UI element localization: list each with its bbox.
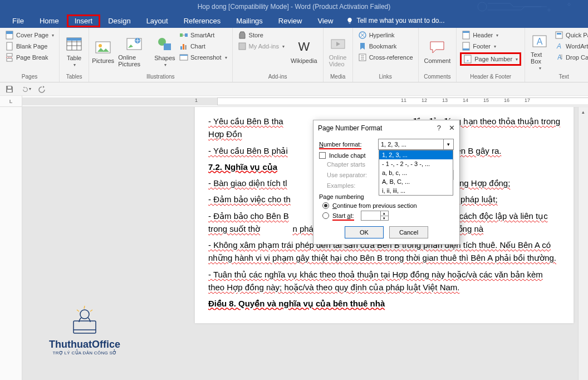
save-button[interactable] bbox=[4, 84, 14, 94]
tell-me-search[interactable]: Tell me what you want to do... bbox=[346, 17, 444, 25]
dropcap-button[interactable]: ADrop Cap▾ bbox=[553, 52, 588, 62]
blank-page-button[interactable]: Blank Page bbox=[3, 41, 56, 51]
menu-layout[interactable]: Layout bbox=[139, 14, 176, 27]
chevron-down-icon[interactable]: ▾ bbox=[443, 139, 453, 149]
menu-review[interactable]: Review bbox=[271, 14, 310, 27]
bookmark-button[interactable]: Bookmark bbox=[356, 41, 415, 51]
menu-file[interactable]: File bbox=[4, 14, 32, 27]
svg-rect-19 bbox=[183, 44, 184, 50]
online-video-button[interactable]: Online Video bbox=[327, 30, 349, 72]
format-option[interactable]: - 1 -, - 2 -, - 3 -, ... bbox=[379, 159, 453, 168]
svg-rect-31 bbox=[463, 48, 469, 50]
comment-button[interactable]: Comment bbox=[422, 30, 453, 72]
horizontal-ruler[interactable]: 1 11 12 13 14 15 16 17 bbox=[22, 96, 588, 107]
tab-selector[interactable]: L bbox=[0, 96, 22, 107]
crossref-icon bbox=[358, 53, 367, 62]
cancel-button[interactable]: Cancel bbox=[389, 226, 428, 238]
scroll-up-button[interactable]: ▴ bbox=[579, 107, 588, 117]
hyperlink-button[interactable]: Hyperlink bbox=[356, 30, 415, 40]
shapes-icon bbox=[156, 36, 174, 53]
format-option[interactable]: a, b, c, ... bbox=[379, 168, 453, 177]
spin-down[interactable]: ▾ bbox=[381, 216, 388, 221]
spin-up[interactable]: ▴ bbox=[381, 211, 388, 216]
format-option[interactable]: i, ii, iii, ... bbox=[379, 186, 453, 195]
online-pictures-button[interactable]: Online Pictures bbox=[116, 30, 152, 72]
pictures-button[interactable]: Pictures bbox=[92, 30, 114, 72]
svg-rect-4 bbox=[6, 31, 13, 34]
wordart-button[interactable]: AWordArt▾ bbox=[553, 41, 588, 51]
svg-rect-41 bbox=[8, 86, 11, 89]
header-icon bbox=[462, 31, 471, 40]
menu-mailings[interactable]: Mailings bbox=[228, 14, 271, 27]
shapes-button[interactable]: Shapes▾ bbox=[154, 30, 175, 72]
document-area[interactable]: - Yêu cầu Bên B tha đầy đủ, đúng hạn the… bbox=[22, 107, 588, 380]
menu-home[interactable]: Home bbox=[32, 14, 67, 27]
page-break-button[interactable]: Page Break bbox=[3, 52, 56, 62]
textbox-button[interactable]: AText Box▾ bbox=[528, 30, 551, 72]
start-at-label: Start at:Start at: bbox=[332, 212, 354, 219]
svg-rect-22 bbox=[180, 55, 188, 56]
number-format-dropdown: 1, 2, 3, ... - 1 -, - 2 -, - 3 -, ... a,… bbox=[379, 150, 453, 196]
svg-text:A: A bbox=[557, 53, 562, 61]
decor-circuit bbox=[471, 0, 582, 13]
page-number-format-dialog: Page Number Format ? ✕ Number Number for… bbox=[313, 120, 460, 245]
help-button[interactable]: ? bbox=[437, 124, 441, 132]
ribbon: Cover Page▾ Blank Page Page Break Pages … bbox=[0, 28, 588, 82]
video-icon bbox=[329, 35, 347, 53]
save-icon bbox=[5, 85, 14, 94]
onlinepic-icon bbox=[125, 35, 143, 53]
svg-point-11 bbox=[99, 44, 102, 47]
svg-rect-42 bbox=[74, 321, 96, 333]
menu-insert[interactable]: Insert bbox=[67, 14, 101, 27]
coverpage-icon bbox=[5, 31, 14, 40]
group-addins: Store My Add-ins▾ WWikipedia Add-ins bbox=[233, 28, 324, 82]
group-headerfooter: Header▾ Footer▾ #Page Number▾ Header & F… bbox=[457, 28, 525, 82]
vertical-scrollbar[interactable]: ▴ bbox=[578, 107, 588, 380]
format-option[interactable]: A, B, C, ... bbox=[379, 177, 453, 186]
header-button[interactable]: Header▾ bbox=[460, 30, 521, 40]
quickparts-icon bbox=[555, 31, 564, 40]
vertical-ruler[interactable] bbox=[0, 107, 22, 380]
format-option[interactable]: 1, 2, 3, ... bbox=[379, 150, 453, 159]
ok-button[interactable]: OK bbox=[345, 226, 384, 238]
svg-text:W: W bbox=[298, 40, 310, 53]
menu-view[interactable]: View bbox=[310, 14, 341, 27]
svg-point-0 bbox=[478, 2, 487, 11]
table-button[interactable]: Table▾ bbox=[63, 30, 85, 72]
page-number-button[interactable]: #Page Number▾ bbox=[460, 52, 521, 66]
quick-access-toolbar: ▾ bbox=[0, 82, 588, 96]
start-at-radio[interactable] bbox=[322, 212, 329, 219]
wikipedia-button[interactable]: WWikipedia bbox=[288, 30, 320, 72]
continue-radio[interactable] bbox=[322, 202, 329, 209]
crossref-button[interactable]: Cross-reference bbox=[356, 52, 415, 62]
close-button[interactable]: ✕ bbox=[449, 124, 455, 132]
examples-label: Examples: bbox=[327, 182, 383, 189]
myaddins-button[interactable]: My Add-ins▾ bbox=[236, 41, 286, 51]
footer-button[interactable]: Footer▾ bbox=[460, 41, 521, 51]
screenshot-button[interactable]: Screenshot▾ bbox=[178, 52, 229, 62]
group-text: AText Box▾ Quick Parts AWordArt▾ ADrop C… bbox=[525, 28, 588, 82]
use-separator-label: Use separator: bbox=[327, 172, 383, 178]
window-title: Hop dong [Compatibility Mode] - Word (Pr… bbox=[198, 3, 391, 11]
cover-page-button[interactable]: Cover Page▾ bbox=[3, 30, 56, 40]
menu-design[interactable]: Design bbox=[100, 14, 138, 27]
dialog-titlebar[interactable]: Page Number Format ? ✕ bbox=[313, 120, 459, 135]
continue-label: Continue from previous sectionContinue f… bbox=[332, 202, 417, 209]
store-icon bbox=[238, 31, 247, 40]
quickparts-button[interactable]: Quick Parts bbox=[553, 30, 588, 40]
redo-button[interactable] bbox=[38, 84, 48, 94]
store-button[interactable]: Store bbox=[236, 30, 286, 40]
workspace: - Yêu cầu Bên B tha đầy đủ, đúng hạn the… bbox=[0, 107, 588, 380]
menu-references[interactable]: References bbox=[176, 14, 228, 27]
wordart-icon: A bbox=[555, 42, 564, 51]
smartart-button[interactable]: SmartArt bbox=[178, 30, 229, 40]
undo-button[interactable]: ▾ bbox=[21, 84, 31, 94]
textbox-icon: A bbox=[531, 32, 548, 50]
comment-icon bbox=[428, 38, 446, 56]
chart-button[interactable]: Chart bbox=[178, 41, 229, 51]
number-format-combo[interactable]: 1, 2, 3, ... ▾ 1, 2, 3, ... - 1 -, - 2 -… bbox=[378, 139, 454, 150]
include-chapter-checkbox[interactable] bbox=[319, 152, 326, 159]
chapter-starts-label: Chapter starts bbox=[327, 161, 383, 168]
svg-rect-9 bbox=[67, 38, 81, 41]
start-at-input[interactable]: ▴▾ bbox=[361, 211, 389, 221]
